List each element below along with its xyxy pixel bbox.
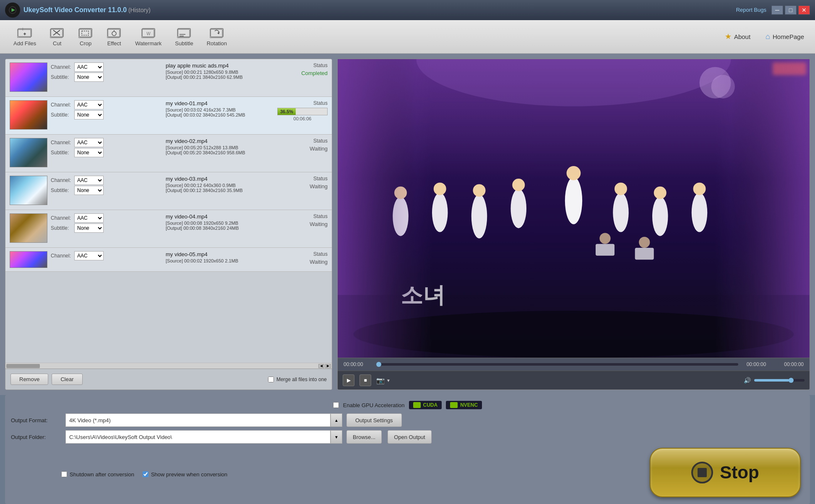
effect-label: Effect xyxy=(107,40,121,47)
file-output-5: [Output] 00:00:08 3840x2160 24MB xyxy=(166,226,274,231)
svg-rect-21 xyxy=(178,29,190,37)
subtitle-label-3: Subtitle: xyxy=(51,150,71,156)
cut-icon xyxy=(49,27,65,39)
subtitle-select-row-2: None xyxy=(74,110,159,120)
toolbar: Add Files Cut Crop xyxy=(0,20,815,54)
channel-select-4[interactable]: AAC xyxy=(74,176,104,185)
file-output-3: [Output] 00:05:20 3840x2160 958.6MB xyxy=(166,150,274,155)
watermark-button[interactable]: W Watermark xyxy=(128,24,168,49)
svg-point-16 xyxy=(112,31,116,36)
about-button[interactable]: ★ About xyxy=(721,29,755,44)
preview-option: Show preview when conversion xyxy=(143,471,227,478)
content-area: Channel: AAC Subtitle: None play apple m… xyxy=(0,54,815,395)
hscroll-right[interactable]: ▶ xyxy=(325,364,331,368)
preview-checkbox[interactable] xyxy=(143,471,148,477)
screenshot-button[interactable]: 📷 ▼ xyxy=(376,377,391,384)
status-value-1: Completed xyxy=(277,70,328,76)
add-files-icon xyxy=(17,27,32,39)
homepage-icon: ⌂ xyxy=(766,32,770,41)
status-label-2: Status xyxy=(277,100,328,106)
output-format-field: ▲ xyxy=(65,413,342,427)
file-list-scroll[interactable]: Channel: AAC Subtitle: None play apple m… xyxy=(5,59,332,363)
output-format-dropdown[interactable]: ▲ xyxy=(331,413,342,427)
options-stop-row: Shutdown after conversion Show preview w… xyxy=(11,448,804,500)
shutdown-checkbox[interactable] xyxy=(61,471,67,477)
hscroll-left[interactable]: ◀ xyxy=(318,364,324,368)
rotation-button[interactable]: Rotation xyxy=(200,24,234,49)
app-window: UkeySoft Video Converter 11.0.0 (History… xyxy=(0,0,815,504)
channel-select-5[interactable]: AAC xyxy=(74,213,104,223)
file-list-bottom: Remove Clear Merge all files into one xyxy=(5,369,332,390)
clear-button[interactable]: Clear xyxy=(52,374,82,385)
channel-select-row-1: AAC xyxy=(74,62,159,72)
file-item-3[interactable]: Channel: AAC Subtitle: None my video-02.… xyxy=(5,135,332,172)
homepage-button[interactable]: ⌂ HomePage xyxy=(761,30,808,44)
stop-playback-button[interactable]: ■ xyxy=(359,374,371,386)
file-meta-6: Channel: AAC xyxy=(51,251,159,260)
add-files-button[interactable]: Add Files xyxy=(7,24,43,49)
minimize-button[interactable]: ─ xyxy=(771,5,783,15)
file-meta-2: Channel: AAC Subtitle: None xyxy=(51,100,159,120)
channel-select-2[interactable]: AAC xyxy=(74,100,104,109)
subtitle-select-2[interactable]: None xyxy=(74,110,104,120)
report-bugs-link[interactable]: Report Bugs xyxy=(736,7,766,13)
channel-select-1[interactable]: AAC xyxy=(74,62,104,72)
subtitle-select-5[interactable]: None xyxy=(74,223,104,233)
status-time-2: 00:06:06 xyxy=(277,116,328,121)
status-col-3: Status Waiting xyxy=(277,138,328,152)
status-label-6: Status xyxy=(277,251,328,257)
subtitle-button[interactable]: Subtitle xyxy=(168,24,200,49)
status-label-1: Status xyxy=(277,62,328,68)
file-info-4: my video-03.mp4 [Source] 00:00:12 640x36… xyxy=(162,176,274,193)
file-thumb-4 xyxy=(10,176,47,205)
hscroll-bar[interactable]: ◀ ▶ xyxy=(5,363,332,369)
preview-stage: 소녀 xyxy=(338,59,810,358)
file-source-5: [Source] 00:00:08 1920x650 9.2MB xyxy=(166,221,274,226)
camera-dropdown[interactable]: ▼ xyxy=(386,378,391,383)
status-col-4: Status Waiting xyxy=(277,176,328,190)
output-settings-button[interactable]: Output Settings xyxy=(346,413,402,427)
file-item-2[interactable]: Channel: AAC Subtitle: None my video-01.… xyxy=(5,97,332,135)
crop-button[interactable]: Crop xyxy=(71,24,100,49)
rotation-icon xyxy=(209,27,224,39)
file-item-4[interactable]: Channel: AAC Subtitle: None my video-03.… xyxy=(5,172,332,210)
file-item-5[interactable]: Channel: AAC Subtitle: None my video-04.… xyxy=(5,210,332,248)
cut-button[interactable]: Cut xyxy=(43,24,71,49)
cuda-badge: CUDA xyxy=(409,401,442,409)
effect-button[interactable]: Effect xyxy=(100,24,128,49)
subtitle-label-4: Subtitle: xyxy=(51,187,71,193)
file-item-6[interactable]: Channel: AAC my video-05.mp4 [Source] 00… xyxy=(5,248,332,272)
volume-fill xyxy=(754,379,789,382)
play-button[interactable]: ▶ xyxy=(343,374,354,386)
file-info-1: play apple music ads.mp4 [Source] 00:00:… xyxy=(162,62,274,80)
subtitle-icon xyxy=(177,27,192,39)
file-output-2: [Output] 00:03:02 3840x2160 545.2MB xyxy=(166,112,274,117)
open-output-button[interactable]: Open Output xyxy=(388,430,431,444)
browse-button[interactable]: Browse... xyxy=(346,430,382,444)
progress-track[interactable] xyxy=(376,363,738,366)
stop-button[interactable]: Stop xyxy=(650,448,801,497)
remove-button[interactable]: Remove xyxy=(10,374,48,385)
subtitle-select-4[interactable]: None xyxy=(74,186,104,195)
maximize-button[interactable]: □ xyxy=(785,5,797,15)
merge-checkbox[interactable] xyxy=(268,377,274,382)
status-col-1: Status Completed xyxy=(277,62,328,76)
close-button[interactable]: ✕ xyxy=(798,5,810,15)
output-format-input[interactable] xyxy=(65,413,331,427)
output-folder-input[interactable] xyxy=(65,430,331,444)
output-folder-dropdown[interactable]: ▼ xyxy=(331,430,342,444)
volume-track[interactable] xyxy=(754,379,805,382)
volume-icon[interactable]: 🔊 xyxy=(744,377,751,384)
file-source-4: [Source] 00:00:12 640x360 0.9MB xyxy=(166,183,274,188)
channel-select-6[interactable]: AAC xyxy=(74,251,104,260)
gpu-checkbox[interactable] xyxy=(333,402,339,408)
file-meta-5: Channel: AAC Subtitle: None xyxy=(51,213,159,233)
file-info-2: my video-01.mp4 [Source] 00:03:02 416x23… xyxy=(162,100,274,117)
output-format-row: Output Format: ▲ Output Settings xyxy=(11,413,804,427)
file-item-1[interactable]: Channel: AAC Subtitle: None play apple m… xyxy=(5,59,332,97)
subtitle-select-1[interactable]: None xyxy=(74,73,104,82)
progress-dot xyxy=(376,362,381,367)
channel-select-3[interactable]: AAC xyxy=(74,138,104,147)
status-col-6: Status Waiting xyxy=(277,251,328,265)
subtitle-select-3[interactable]: None xyxy=(74,148,104,157)
